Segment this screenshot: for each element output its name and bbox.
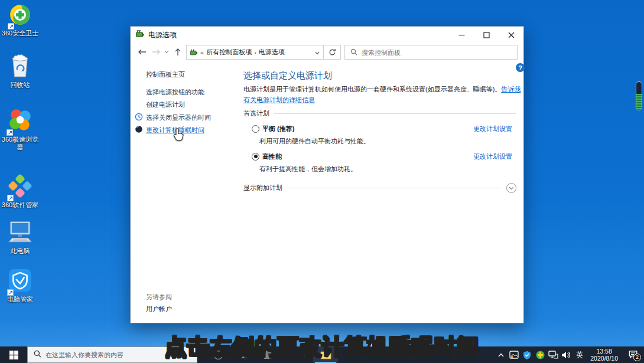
tray-volume-icon[interactable] xyxy=(560,346,573,363)
360-safety-icon xyxy=(9,4,31,28)
plan-name-high-performance[interactable]: 高性能 xyxy=(262,152,282,161)
search-icon xyxy=(34,349,41,360)
tray-clock[interactable]: 13:58 2020/8/10 xyxy=(587,348,623,362)
tray-chevron-up-icon[interactable] xyxy=(495,346,508,363)
sidebar-item-control-panel-home[interactable]: 控制面板主页 xyxy=(146,70,185,79)
plan-name-balanced[interactable]: 平衡 (推荐) xyxy=(262,125,294,133)
section-divider xyxy=(287,188,502,188)
search-input[interactable] xyxy=(362,49,517,56)
section-divider xyxy=(274,113,516,114)
this-pc-icon xyxy=(6,220,34,246)
search-icon xyxy=(350,47,357,58)
radio-balanced[interactable] xyxy=(252,125,259,133)
show-additional-plans-expander[interactable] xyxy=(506,183,516,193)
desktop-icon-label: 360极速浏览器 xyxy=(1,136,40,151)
additional-plans-section: 显示附加计划 xyxy=(243,183,516,193)
help-button[interactable]: ? xyxy=(516,63,525,72)
system-tray: 英 13:58 2020/8/10 2 xyxy=(495,346,644,363)
shortcut-arrow-icon xyxy=(7,195,14,201)
see-also-heading: 另请参阅 xyxy=(146,293,172,302)
sidebar-item-create-power-plan[interactable]: 创建电源计划 xyxy=(146,100,185,109)
shortcut-arrow-icon xyxy=(7,289,14,296)
description-text: 电源计划是用于管理计算机如何使用电源的一套硬件和系统设置(如显示器亮度、睡眠等)… xyxy=(243,86,501,93)
desktop-icon-label: 360安全卫士 xyxy=(1,30,40,37)
see-also-user-accounts-link[interactable]: 用户帐户 xyxy=(146,305,172,313)
tray-time: 13:58 xyxy=(590,348,618,355)
title-bar[interactable]: 电源选项 xyxy=(131,27,523,43)
desktop-icon-label: 回收站 xyxy=(1,81,40,89)
breadcrumb-root[interactable]: 所有控制面板项 xyxy=(206,48,252,57)
breadcrumb-separator-icon: › xyxy=(254,49,256,56)
sidebar-item-choose-display-off-time[interactable]: 选择关闭显示器的时间 xyxy=(146,113,211,122)
360-software-manager-icon xyxy=(8,174,32,200)
shortcut-arrow-icon xyxy=(8,23,14,30)
tray-pc-manager-shield-icon[interactable] xyxy=(521,346,534,363)
desktop: 360安全卫士 回收站 360极速 xyxy=(0,0,644,363)
change-plan-settings-link-high-performance[interactable]: 更改计划设置 xyxy=(473,152,512,161)
forward-button[interactable] xyxy=(149,45,163,59)
tray-network-icon[interactable] xyxy=(547,346,560,363)
minimize-button[interactable] xyxy=(449,27,474,43)
power-options-app-icon xyxy=(135,29,145,41)
desktop-icon-360-safety[interactable]: 360安全卫士 xyxy=(1,4,40,37)
tutorial-caption: 点击左侧的更改计算机睡眠时间 xyxy=(165,332,479,362)
breadcrumb-overflow[interactable]: « xyxy=(200,49,204,56)
breadcrumb-app-icon xyxy=(190,48,198,57)
close-button[interactable] xyxy=(499,27,523,43)
power-options-window: 电源选项 xyxy=(130,26,524,323)
navigation-bar: « 所有控制面板项 › 电源选项 xyxy=(131,43,523,61)
control-panel-search[interactable] xyxy=(344,45,518,60)
additional-plans-label: 显示附加计划 xyxy=(243,184,282,192)
shortcut-arrow-icon xyxy=(6,129,13,136)
plan-row-balanced: 平衡 (推荐) 更改计划设置 xyxy=(252,125,512,133)
sidebar-item-change-computer-sleep-time[interactable]: 更改计算机睡眠时间 xyxy=(146,126,204,135)
page-description: 电源计划是用于管理计算机如何使用电源的一套硬件和系统设置(如显示器亮度、睡眠等)… xyxy=(243,84,522,105)
battery-level-widget xyxy=(636,81,642,110)
notification-badge: 2 xyxy=(633,354,641,361)
change-plan-settings-link-balanced[interactable]: 更改计划设置 xyxy=(473,125,512,133)
radio-high-performance[interactable] xyxy=(252,153,259,161)
breadcrumb-dropdown-icon[interactable] xyxy=(311,49,323,56)
window-title: 电源选项 xyxy=(148,30,177,40)
tray-date: 2020/8/10 xyxy=(590,355,618,362)
preferred-plans-label: 首选计划 xyxy=(243,109,269,118)
desktop-icon-recycle-bin[interactable]: 回收站 xyxy=(1,53,40,89)
360-browser-icon xyxy=(8,107,32,135)
display-off-time-icon xyxy=(135,113,143,121)
desktop-icon-pc-manager[interactable]: 电脑管家 xyxy=(1,269,40,303)
sidebar-item-power-button-function[interactable]: 选择电源按钮的功能 xyxy=(146,88,204,97)
sleep-moon-icon xyxy=(135,125,143,133)
desktop-icon-label: 电脑管家 xyxy=(1,296,40,303)
pc-manager-icon xyxy=(8,269,32,295)
breadcrumb-current[interactable]: 电源选项 xyxy=(259,48,285,57)
preferred-plans-section: 首选计划 xyxy=(243,109,516,118)
recent-pages-chevron-icon[interactable] xyxy=(162,45,171,59)
back-button[interactable] xyxy=(135,45,149,59)
tray-360-icon[interactable] xyxy=(534,346,547,363)
refresh-button[interactable] xyxy=(324,45,341,60)
desktop-icon-this-pc[interactable]: 此电脑 xyxy=(1,220,40,255)
plan-row-high-performance: 高性能 更改计划设置 xyxy=(252,152,512,161)
breadcrumb[interactable]: « 所有控制面板项 › 电源选项 xyxy=(186,45,324,60)
desktop-icon-label: 此电脑 xyxy=(1,247,40,255)
desktop-icon-label: 360软件管家 xyxy=(1,201,40,209)
desktop-icon-360-browser[interactable]: 360极速浏览器 xyxy=(1,107,40,151)
notification-center-button[interactable]: 2 xyxy=(623,346,644,363)
desktop-icon-360-software[interactable]: 360软件管家 xyxy=(1,174,40,209)
page-title: 选择或自定义电源计划 xyxy=(243,70,332,81)
plan-desc-balanced: 利用可用的硬件自动平衡功耗与性能。 xyxy=(259,137,370,146)
start-button[interactable] xyxy=(0,346,27,363)
tray-screenshot-icon[interactable] xyxy=(508,346,521,363)
recycle-bin-icon xyxy=(9,53,31,80)
maximize-button[interactable] xyxy=(474,27,499,43)
up-button[interactable] xyxy=(171,45,184,59)
plan-desc-high-performance: 有利于提高性能，但会增加功耗。 xyxy=(259,165,357,174)
tray-language-indicator[interactable]: 英 xyxy=(573,350,587,360)
